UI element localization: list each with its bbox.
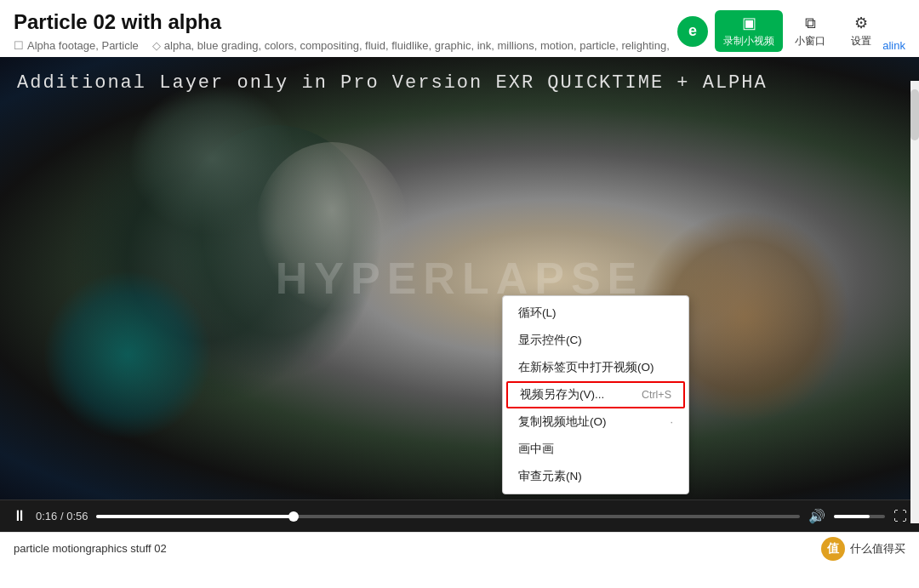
smoke-teal [43,270,213,440]
window-button[interactable]: ⧉ 小窗口 [786,11,834,52]
bottom-title: particle motiongraphics stuff 02 [14,542,167,555]
scrollbar-thumb[interactable] [910,89,919,140]
meta-category: ☐ Alpha footage, Particle [14,39,139,52]
context-loop[interactable]: 循环(L) [503,300,688,327]
record-button[interactable]: ▣ 录制小视频 [715,10,783,52]
window-label: 小窗口 [795,34,825,49]
category-text: Alpha footage, Particle [27,39,139,52]
context-inspect[interactable]: 审查元素(N) [503,463,688,490]
settings-icon: ⚙ [854,14,868,32]
context-show-controls[interactable]: 显示控件(C) [503,327,688,354]
tags-icon: ◇ [152,39,161,52]
tags-text: alpha, blue grading, colors, compositing… [164,39,670,52]
settings-button[interactable]: ⚙ 设置 [837,10,885,52]
record-icon: ▣ [742,14,756,32]
record-label: 录制小视频 [723,34,774,49]
total-time: 0:56 [66,510,88,522]
scrollbar[interactable] [910,81,919,523]
context-save-video[interactable]: 视频另存为(V)... Ctrl+S [506,381,685,408]
video-player: Additional Layer only in Pro Version EXR… [0,57,919,500]
window-icon: ⧉ [805,14,816,32]
progress-bar[interactable] [96,515,800,518]
context-menu: 循环(L) 显示控件(C) 在新标签页中打开视频(O) 视频另存为(V)... … [502,295,689,494]
volume-fill [834,515,870,518]
volume-bar[interactable] [834,515,885,518]
logo-text: 什么值得买 [850,541,905,557]
meta-link[interactable]: alink [882,39,905,52]
bottom-logo: 值 什么值得买 [821,537,905,561]
logo-circle: 值 [821,537,845,561]
context-open-new-tab[interactable]: 在新标签页中打开视频(O) [503,354,688,381]
toolbar-top: e ▣ 录制小视频 ⧉ 小窗口 ⚙ 设置 [677,10,885,52]
current-time: 0:16 [36,510,57,522]
video-overlay-text: Additional Layer only in Pro Version EXR… [17,72,768,94]
volume-icon[interactable]: 🔊 [808,508,825,524]
settings-label: 设置 [851,34,871,49]
video-controls: ⏸ 0:16 / 0:56 🔊 ⛶ [0,500,919,532]
context-copy-url[interactable]: 复制视频地址(O) · [503,408,688,436]
progress-dot[interactable] [288,511,299,522]
bottom-bar: particle motiongraphics stuff 02 值 什么值得买 [0,532,919,564]
pause-button[interactable]: ⏸ [12,507,27,525]
fullscreen-button[interactable]: ⛶ [893,509,907,524]
progress-fill [96,515,293,518]
time-display: 0:16 / 0:56 [36,510,88,522]
browser-logo: e [677,16,708,47]
category-icon: ☐ [14,39,24,52]
context-pip[interactable]: 画中画 [503,436,688,463]
